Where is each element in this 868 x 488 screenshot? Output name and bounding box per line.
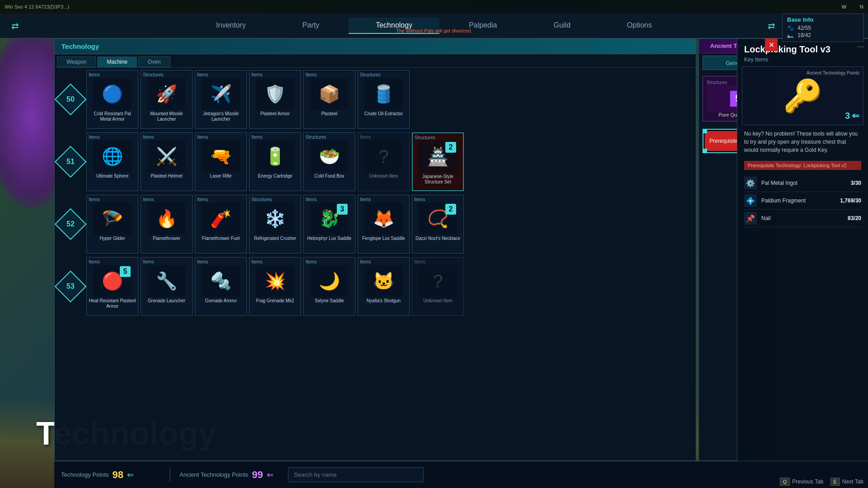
- top-hud: Win Svo 4 12 64723(D3P3...) W N: [0, 0, 868, 14]
- item-icon: ?: [378, 146, 388, 167]
- item-icon: ❄️: [264, 209, 286, 229]
- item-grenade-launcher[interactable]: Items 🔧 Grenade Launcher: [141, 257, 193, 316]
- item-cat: Items: [143, 197, 154, 202]
- bottom-bar: Technology Points 98 ⇐ Ancient Technolog…: [54, 461, 868, 488]
- item-ultimate-sphere[interactable]: Items 🌐 Ultimate Sphere: [86, 132, 138, 191]
- item-badge: 2: [445, 204, 456, 215]
- items-row-53: Items 🔴 5 Heat Resistant Plasteel Armor …: [86, 257, 693, 316]
- detail-close-icon: —: [857, 42, 864, 51]
- compass-w: W: [842, 4, 846, 9]
- items-row-51: Items 🌐 Ultimate Sphere Items ⚔️ Plastee…: [86, 132, 693, 191]
- item-cat: Items: [360, 135, 371, 140]
- level-row-52: 52 Items 🪂 Hyper Glider Items 🔥: [59, 195, 693, 253]
- tech-header: Technology: [55, 39, 696, 54]
- item-cat: Items: [197, 259, 208, 264]
- item-icon: 🔫: [210, 146, 231, 166]
- item-cat: Structures: [415, 135, 435, 140]
- item-icon-area: ?: [364, 141, 403, 172]
- item-cat: Items: [360, 259, 371, 264]
- item-crude-oil-extractor[interactable]: Structures 🛢️ Crude Oil Extractor: [358, 70, 410, 129]
- item-badge: 2: [445, 142, 456, 153]
- item-name: Frag Grenade Mk2: [256, 298, 294, 304]
- item-unknown-51[interactable]: Items ? Unknown Item: [358, 132, 410, 191]
- item-icon: 🔧: [156, 271, 177, 291]
- item-jetragons-missile-launcher[interactable]: Items ✈️ Jetragon's Missile Launcher: [195, 70, 247, 129]
- item-cat: Items: [89, 197, 99, 202]
- item-icon-area: 📦: [310, 78, 349, 110]
- item-energy-cartridge[interactable]: Items 🔋 Energy Cartridge: [249, 132, 301, 191]
- cat-tab-oven[interactable]: Oven: [138, 56, 170, 67]
- bottom-controls: Q Previous Tab E Next Tab: [780, 478, 863, 486]
- item-name: Plasteel: [321, 111, 338, 117]
- main-panel: Technology Weapon Machine Oven 50 Items …: [54, 38, 778, 461]
- level-diamond-50: 50: [55, 84, 86, 116]
- material-icon: 📌: [744, 212, 757, 225]
- material-icon: 💠: [744, 194, 757, 207]
- item-nyafia-shotgun[interactable]: Items 🐱 Nyafia's Shotgun: [358, 257, 410, 316]
- item-cat: Items: [197, 72, 208, 77]
- atp-arrow-icon: ⇐: [852, 110, 859, 121]
- item-helzephyr-lux-saddle[interactable]: Items 🐉 3 Helzephyr Lux Saddle: [303, 195, 355, 253]
- item-icon-area: 💥: [256, 265, 294, 297]
- item-icon-area: 🌙: [310, 265, 349, 297]
- item-grenade-ammo[interactable]: Items 🔩 Grenade Ammo: [195, 257, 247, 316]
- tab-inventory[interactable]: Inventory: [189, 18, 273, 34]
- cat-tab-weapon[interactable]: Weapon: [57, 56, 96, 67]
- item-name: Heat Resistant Plasteel Armor: [89, 298, 136, 309]
- left-arrow-icon[interactable]: ⇄: [9, 18, 21, 33]
- item-cold-resistant-pal-metal-armor[interactable]: Items 🔵 Cold Resistant Pal Metal Armor: [86, 70, 138, 129]
- search-input[interactable]: [288, 467, 424, 482]
- tab-guild[interactable]: Guild: [526, 18, 597, 34]
- ancient-points-arrow-icon: ⇐: [267, 470, 274, 480]
- close-button[interactable]: ✕: [765, 38, 778, 51]
- item-refrigerated-crusher[interactable]: Structures ❄️ Refrigerated Crusher: [249, 195, 301, 253]
- nav-arrow-left[interactable]: ⇄: [9, 18, 21, 33]
- item-plasteel-helmet[interactable]: Items ⚔️ Plasteel Helmet: [141, 132, 193, 191]
- item-plasteel-armor[interactable]: Items 🛡️ Plasteel Armor: [249, 70, 301, 129]
- item-icon-area: ⚔️: [147, 141, 186, 172]
- item-name: Mounted Missile Launcher: [143, 111, 190, 122]
- ancient-points-label: Ancient Technology Points: [179, 471, 248, 478]
- nav-arrow-right[interactable]: ⇄: [765, 18, 778, 33]
- item-name: Plasteel Armor: [260, 111, 290, 117]
- item-hyper-glider[interactable]: Items 🪂 Hyper Glider: [86, 195, 138, 253]
- item-icon: 🦊: [373, 209, 394, 229]
- tab-options[interactable]: Options: [600, 18, 679, 34]
- item-unknown-53[interactable]: Items ? Unknown Item: [412, 257, 464, 316]
- item-name: Helzephyr Lux Saddle: [307, 236, 352, 241]
- item-fenglope-lux-saddle[interactable]: Items 🦊 Fenglope Lux Saddle: [358, 195, 410, 253]
- item-dazzi-noct-necklace[interactable]: Items 📿 2 Dazzi Noct's Necklace: [412, 195, 464, 253]
- item-japanese-style-structure[interactable]: Structures 🏯 2 Japanese-Style Structure …: [412, 132, 464, 191]
- item-mounted-missile-launcher[interactable]: Structures 🚀 Mounted Missile Launcher: [141, 70, 193, 129]
- item-name: Plasteel Helmet: [151, 174, 182, 179]
- item-name: Energy Cartridge: [258, 174, 292, 179]
- item-cat: Items: [89, 135, 99, 140]
- item-flamethrower-fuel[interactable]: Items 🧨 Flamethrower Fuel: [195, 195, 247, 253]
- item-icon-area: 🔫: [202, 141, 240, 172]
- right-arrow-icon[interactable]: ⇄: [765, 18, 778, 33]
- item-icon-area: 🦊: [364, 203, 403, 235]
- item-selyne-saddle[interactable]: Items 🌙 Selyne Saddle: [303, 257, 355, 316]
- item-frag-grenade-mk2[interactable]: Items 💥 Frag Grenade Mk2: [249, 257, 301, 316]
- cat-tab-machine[interactable]: Machine: [97, 56, 137, 67]
- material-name: Pal Metal Ingot: [761, 180, 851, 186]
- items-row-50: Items 🔵 Cold Resistant Pal Metal Armor S…: [86, 70, 693, 129]
- item-plasteel[interactable]: Items 📦 Plasteel: [303, 70, 355, 129]
- item-laser-rifle[interactable]: Items 🔫 Laser Rifle: [195, 132, 247, 191]
- item-name: Selyne Saddle: [315, 298, 344, 304]
- level-number-52: 52: [66, 220, 75, 228]
- item-icon-area: 🐉 3: [310, 203, 349, 235]
- atp-value: 3 ⇐: [845, 110, 859, 121]
- item-heat-resistant-plasteel-armor[interactable]: Items 🔴 5 Heat Resistant Plasteel Armor: [86, 257, 138, 316]
- item-icon: 🚀: [156, 84, 177, 104]
- item-icon: 💥: [264, 271, 286, 291]
- material-count: 3/30: [851, 180, 861, 186]
- item-flamethrower[interactable]: Items 🔥 Flamethrower: [141, 195, 193, 253]
- detail-panel: — Lockpicking Tool v3 Key Items 🔑 Ancien…: [737, 38, 868, 461]
- level-row-50: 50 Items 🔵 Cold Resistant Pal Metal Armo…: [59, 70, 693, 129]
- tab-party[interactable]: Party: [275, 18, 346, 34]
- search-box[interactable]: [288, 467, 424, 482]
- item-cold-food-box[interactable]: Structures 🥗 Cold Food Box: [303, 132, 355, 191]
- tech-scroll-area[interactable]: 50 Items 🔵 Cold Resistant Pal Metal Armo…: [55, 68, 696, 460]
- item-name: Grenade Ammo: [205, 298, 236, 304]
